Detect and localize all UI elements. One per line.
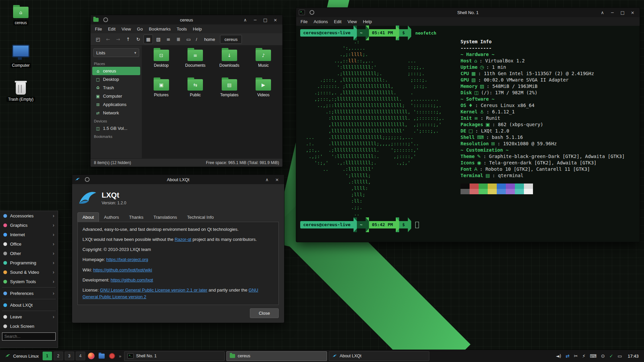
task-about-lxqt[interactable]: About LXQt (329, 351, 429, 361)
breadcrumb-home[interactable]: home (200, 35, 220, 44)
menu-item-about-lxqt[interactable]: About LXQt (0, 300, 58, 310)
updates-icon[interactable]: ✓ (609, 353, 613, 359)
minimize-button[interactable]: − (251, 16, 260, 23)
menu-actions[interactable]: Actions (311, 18, 331, 25)
sidebar-mode-select[interactable]: Lists ▾ (93, 48, 139, 57)
notifications-icon[interactable]: ⊙ (601, 353, 605, 359)
menu-view[interactable]: View (118, 25, 134, 33)
folder-public[interactable]: ⇆ Public (178, 79, 213, 97)
recorder-launcher[interactable] (108, 352, 116, 360)
folder-desktop[interactable]: ⊡ Desktop (144, 50, 178, 68)
firefox-launcher[interactable] (87, 352, 96, 360)
workspace-4-button[interactable]: 4 (76, 352, 85, 360)
forward-button[interactable]: → (113, 35, 123, 44)
tab-technical-info[interactable]: Technical Info (182, 212, 219, 222)
close-button[interactable]: × (628, 9, 637, 16)
detailed-view-button[interactable]: ≣ (174, 35, 183, 44)
menu-file[interactable]: File (298, 18, 311, 25)
workspace-1-button[interactable]: 1 (43, 352, 52, 360)
development-link[interactable]: https://github.com/lxqt (111, 277, 153, 282)
folder-downloads[interactable]: ↓ Downloads (212, 50, 247, 68)
tab-thanks[interactable]: Thanks (124, 212, 149, 222)
sidebar-item-applications[interactable]: ⊞ Applications (92, 100, 140, 109)
terminal-titlebar[interactable]: >_ Shell No. 1 ∧ − □ × (296, 8, 640, 17)
menu-item-sound-video[interactable]: Sound & Video› (0, 267, 58, 277)
quicklaunch-expander[interactable]: » (118, 354, 122, 359)
folder-music[interactable]: ♪ Music (247, 50, 281, 68)
up-button[interactable]: ↑ (123, 35, 133, 44)
breadcrumb-cereus[interactable]: cereus (220, 35, 242, 44)
network-icon[interactable]: ⇄ (566, 353, 570, 359)
clipboard-icon[interactable]: ✂ (574, 353, 578, 359)
about-titlebar[interactable]: About LXQt ∧ × (72, 175, 284, 184)
wiki-link[interactable]: https://github.com/lxqt/lxqt/wiki (93, 267, 152, 272)
menu-item-programming[interactable]: Programming› (0, 258, 58, 267)
tab-translations[interactable]: Translations (148, 212, 182, 222)
desktop-icon-trash[interactable]: Trash (Empty) (5, 83, 36, 102)
app-menu-button[interactable]: Cereus Linux (3, 351, 41, 361)
maximize-button[interactable]: □ (618, 9, 627, 16)
razor-qt-link[interactable]: Razor-qt (175, 237, 192, 242)
menu-item-internet[interactable]: Internet› (0, 230, 58, 239)
terminal-content[interactable]: cereus@cereus-live ~ 05:41 PM $ neofetch… (296, 26, 640, 242)
places-button[interactable]: ◰ (93, 35, 103, 44)
menu-search-input[interactable] (2, 332, 56, 341)
compact-view-button[interactable]: ≡ (164, 35, 173, 44)
close-button[interactable]: × (273, 176, 281, 183)
display-icon[interactable]: ▭ (618, 353, 622, 359)
menu-item-lock-screen[interactable]: Lock Screen (0, 321, 58, 331)
menu-bookmarks[interactable]: Bookmarks (146, 25, 174, 33)
menu-item-system-tools[interactable]: System Tools› (0, 277, 58, 286)
sidebar-item-trash[interactable]: ♻ Trash (92, 84, 140, 92)
thumbnail-view-button[interactable]: ▧ (154, 35, 163, 44)
homepage-link[interactable]: https://lxqt-project.org (106, 257, 148, 262)
shade-button[interactable]: ∧ (263, 176, 271, 183)
desktop-icon-cereus[interactable]: ⌂ cereus (5, 7, 36, 25)
menu-item-preferences[interactable]: Preferences› (0, 289, 58, 298)
menu-view[interactable]: View (344, 18, 360, 25)
folder-templates[interactable]: ▤ Templates (212, 79, 247, 97)
workspace-3-button[interactable]: 3 (65, 352, 74, 360)
maximize-button[interactable]: □ (261, 16, 270, 23)
shade-button[interactable]: ∧ (598, 9, 607, 16)
keyboard-icon[interactable]: ⌨ (590, 353, 597, 359)
power-icon[interactable]: ⚡ (582, 353, 586, 359)
sidebar-item-network[interactable]: ⇄ Network (92, 109, 140, 117)
menu-item-other[interactable]: Other› (0, 249, 58, 258)
menu-file[interactable]: File (92, 25, 105, 33)
lgpl-link[interactable]: GNU Lesser General Public License versio… (100, 288, 207, 293)
menu-item-leave[interactable]: Leave› (0, 312, 58, 321)
reload-button[interactable]: ↻ (133, 35, 143, 44)
folder-pictures[interactable]: ▣ Pictures (144, 79, 178, 97)
menu-item-office[interactable]: Office› (0, 239, 58, 249)
tab-about[interactable]: About (77, 212, 99, 222)
shade-button[interactable]: ∧ (241, 16, 250, 23)
close-dialog-button[interactable]: Close (250, 308, 279, 318)
task-cereus[interactable]: cereus (226, 351, 327, 361)
minimize-button[interactable]: − (608, 9, 617, 16)
menu-item-accessories[interactable]: Accessories› (0, 211, 58, 220)
sidebar-item-volume[interactable]: ◫ 1.5 GB Vol... (92, 124, 140, 133)
back-button[interactable]: ← (103, 35, 113, 44)
workspace-2-button[interactable]: 2 (54, 352, 63, 360)
folder-documents[interactable]: ≡ Documents (178, 50, 213, 68)
folder-videos[interactable]: ▶ Videos (247, 79, 281, 97)
close-button[interactable]: × (271, 16, 280, 23)
volume-icon[interactable]: ◄) (556, 353, 561, 359)
file-manager-titlebar[interactable]: cereus ∧ − □ × (91, 15, 282, 24)
menu-tools[interactable]: Tools (174, 25, 190, 33)
sidebar-item-cereus[interactable]: ⌂ cereus (92, 67, 140, 75)
sidebar-item-desktop[interactable]: □ Desktop (92, 75, 140, 84)
menu-edit[interactable]: Edit (331, 18, 344, 25)
menu-go[interactable]: Go (134, 25, 146, 33)
menu-help[interactable]: Help (360, 18, 375, 25)
menu-edit[interactable]: Edit (105, 25, 118, 33)
desktop-icon-computer[interactable]: Computer (5, 45, 36, 68)
icon-view-button[interactable]: ▦ (144, 35, 153, 44)
menu-help[interactable]: Help (190, 25, 205, 33)
path-edit-button[interactable]: ▭ (184, 35, 193, 44)
file-manager-launcher[interactable] (97, 352, 106, 360)
menu-item-graphics[interactable]: Graphics› (0, 220, 58, 230)
sidebar-item-computer[interactable]: ▣ Computer (92, 92, 140, 100)
task-shell[interactable]: >_ Shell No. 1 (124, 351, 225, 361)
